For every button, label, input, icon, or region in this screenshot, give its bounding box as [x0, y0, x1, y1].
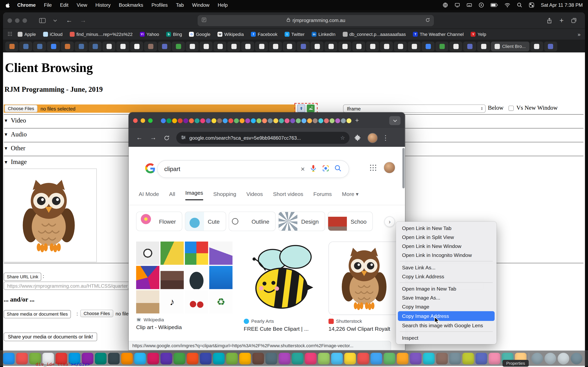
share-target-icons[interactable] — [294, 103, 318, 113]
collage-tile[interactable] — [185, 290, 208, 313]
browser-tab[interactable] — [530, 42, 543, 51]
filter-chip[interactable]: Design — [278, 212, 325, 231]
pinned-tab-favicon[interactable] — [240, 118, 245, 123]
dock-app-icon[interactable] — [226, 352, 238, 364]
zoom-window-button[interactable] — [148, 118, 153, 123]
bookmark-item[interactable]: in LinkedIn — [312, 32, 336, 37]
tab-ai-mode[interactable]: AI Mode — [139, 191, 159, 200]
result-title[interactable]: Clip art - Wikipedia — [136, 324, 233, 330]
browser-tab[interactable] — [380, 42, 393, 51]
choose-files-button[interactable]: Choose Files — [4, 105, 38, 112]
menu-bar-clock[interactable]: Sat Apr 11 7:38 PM — [541, 2, 583, 8]
chrome-menu-icon[interactable]: ⋮ — [382, 134, 389, 142]
dock-app-icon[interactable] — [160, 352, 172, 364]
browser-tab[interactable] — [435, 42, 448, 51]
google-apps-grid-icon[interactable] — [369, 164, 377, 173]
pinned-tab-favicon[interactable] — [206, 118, 211, 123]
dock-app-icon[interactable] — [423, 352, 435, 364]
dock-folder-icon[interactable] — [545, 352, 556, 364]
result-source[interactable]: Shutterstock — [329, 319, 400, 324]
bookmark-item[interactable]: find_minus....rep+%22s%22 — [70, 32, 132, 37]
dock-app-icon[interactable] — [344, 352, 356, 364]
browser-tab[interactable] — [61, 42, 74, 51]
reload-icon[interactable] — [164, 135, 170, 141]
pinned-tab-favicon[interactable] — [183, 118, 188, 123]
forward-button[interactable]: → — [150, 134, 156, 142]
menu-item-copy-image-address[interactable]: Copy Image Address — [398, 311, 495, 321]
bookmark-item[interactable]: Y Yelp — [471, 32, 486, 37]
menu-item-save-image-as[interactable]: Save Image As... — [396, 293, 497, 302]
profile-avatar[interactable] — [367, 133, 378, 143]
properties-label[interactable]: Properties — [502, 360, 529, 367]
pinned-tab-favicon[interactable] — [256, 118, 261, 123]
browser-tab[interactable] — [311, 42, 324, 51]
bookmark-item[interactable]: f Facebook — [251, 32, 277, 37]
browser-tab[interactable] — [172, 42, 185, 51]
result-title[interactable]: FREE Cute Bee Clipart | ... — [244, 326, 317, 332]
tab-search-button[interactable] — [389, 116, 401, 125]
menu-item-copy-image[interactable]: Copy Image — [396, 302, 497, 311]
dock-app-icon[interactable] — [213, 352, 225, 364]
collage-tile[interactable] — [160, 266, 184, 289]
bookmark-star-icon[interactable]: ☆ — [340, 135, 345, 141]
search-icon[interactable] — [334, 164, 342, 174]
site-settings-icon[interactable] — [181, 134, 186, 141]
menu-bar-item[interactable]: History — [95, 2, 111, 8]
screen-mirroring-icon[interactable] — [455, 2, 460, 8]
pinned-tab-favicon[interactable] — [189, 118, 194, 123]
pinned-tab-favicon[interactable] — [234, 118, 239, 123]
pinned-tab-favicon[interactable] — [167, 118, 172, 123]
reload-icon[interactable] — [425, 17, 430, 23]
active-tab[interactable]: Client Bro... — [491, 42, 529, 51]
dock-app-icon[interactable] — [331, 352, 343, 364]
bookmark-item[interactable]: G Google — [189, 32, 210, 37]
menu-item-open-link-new-tab[interactable]: Open Link in New Tab — [396, 224, 497, 233]
browser-tab[interactable] — [186, 42, 199, 51]
pinned-tab-favicon[interactable] — [172, 118, 177, 123]
upload-icon[interactable] — [297, 104, 305, 112]
filter-chip[interactable]: Cute — [185, 212, 226, 231]
pinned-tab-favicon[interactable] — [228, 118, 233, 123]
pinned-tab-favicon[interactable] — [195, 118, 199, 123]
collage-tile[interactable] — [160, 242, 184, 265]
collage-tile[interactable]: ♪ — [160, 290, 184, 313]
pinned-tab-favicon[interactable] — [251, 118, 256, 123]
browser-tab[interactable] — [75, 42, 88, 51]
omnibox[interactable]: google.com/search?sca_esv=5e9bb948607cc7… — [176, 132, 350, 144]
apple-menu-icon[interactable] — [5, 2, 11, 8]
dock-app-icon[interactable] — [121, 352, 133, 364]
share-icon[interactable] — [547, 17, 552, 23]
browser-tab[interactable] — [366, 42, 379, 51]
browser-tab[interactable] — [19, 42, 32, 51]
browser-tab[interactable] — [477, 42, 490, 51]
bookmark-item[interactable]: W Wikipedia — [217, 32, 244, 37]
bookmark-item[interactable]: T The Weather Channel — [413, 32, 464, 37]
pinned-tab-favicon[interactable] — [335, 118, 340, 123]
browser-tab[interactable] — [324, 42, 337, 51]
pinned-tab-favicon[interactable] — [346, 118, 351, 123]
dock-app-icon[interactable] — [16, 352, 28, 364]
pinned-tab-favicon[interactable] — [245, 118, 250, 123]
pinned-tab-favicon[interactable] — [262, 118, 267, 123]
bee-thumbnail[interactable] — [244, 242, 317, 315]
apps-grid-icon[interactable] — [8, 31, 12, 38]
browser-tab[interactable] — [283, 42, 296, 51]
bookmark-item[interactable]: iCloud — [43, 32, 63, 37]
pinned-tab-favicon[interactable] — [313, 118, 318, 123]
play-icon[interactable] — [479, 2, 484, 8]
menu-bar-item[interactable]: View — [77, 2, 87, 8]
browser-tab[interactable] — [241, 42, 254, 51]
result-card[interactable]: Pearly Arts FREE Cute Bee Clipart | ... — [244, 242, 317, 332]
pinned-tab-favicon[interactable] — [285, 118, 290, 123]
browser-tab[interactable] — [544, 42, 557, 51]
dock-app-icon[interactable] — [147, 352, 159, 364]
voice-search-icon[interactable] — [309, 164, 317, 174]
filter-chip[interactable]: Schoo — [328, 212, 373, 231]
tab-forums[interactable]: Forums — [313, 191, 332, 200]
pinned-tab-favicon[interactable] — [268, 118, 273, 123]
pinned-tab-favicon[interactable] — [307, 118, 312, 123]
dock-folder-icon[interactable] — [571, 352, 582, 364]
search-box[interactable]: clipart × — [157, 160, 349, 178]
dock-app-icon[interactable] — [108, 352, 120, 364]
menu-bar-item[interactable]: Bookmarks — [119, 2, 143, 8]
